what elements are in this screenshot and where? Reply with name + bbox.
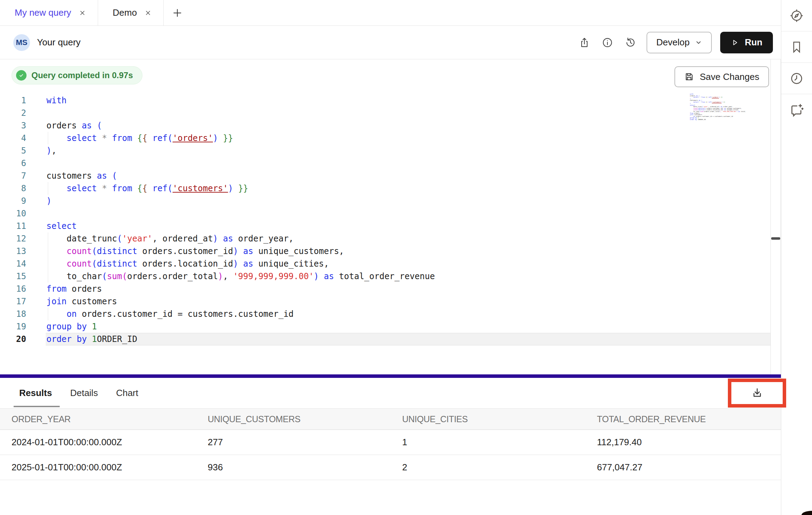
download-highlight-annotation	[728, 379, 786, 408]
tab-close-icon[interactable]	[79, 9, 86, 16]
table-header-row: ORDER_YEARUNIQUE_CUSTOMERSUNIQUE_CITIEST…	[0, 408, 781, 430]
code-line-15[interactable]: to_char(sum(orders.order_total), '999,99…	[46, 270, 770, 283]
indent-guide	[48, 132, 48, 144]
code-line-7[interactable]: customers as (	[46, 170, 770, 182]
query-history-button[interactable]	[623, 36, 637, 50]
code-line-9[interactable]: )	[46, 195, 770, 207]
indent-guide	[48, 308, 48, 320]
code-line-14[interactable]: count(distinct orders.location_id) as un…	[46, 258, 770, 270]
code-line-10[interactable]	[46, 207, 770, 220]
line-number: 2	[5, 107, 26, 119]
column-header: UNIQUE_CUSTOMERS	[196, 414, 391, 424]
save-changes-label: Save Changes	[700, 72, 759, 82]
save-icon	[684, 72, 694, 82]
line-number: 18	[5, 308, 26, 320]
active-tab-underline	[14, 406, 60, 407]
code-line-4[interactable]: select * from {{ ref('orders') }}	[46, 132, 770, 144]
tab-label: Demo	[113, 7, 137, 18]
info-icon	[601, 37, 613, 48]
bookmark-icon	[790, 40, 804, 54]
code-line-13[interactable]: count(distinct orders.customer_id) as un…	[46, 245, 770, 258]
results-tab-results[interactable]: Results	[19, 388, 52, 398]
run-label: Run	[745, 37, 762, 48]
code-line-19[interactable]: group by 1	[46, 320, 770, 333]
share-icon	[578, 37, 590, 48]
tab-bar: My new queryDemo	[0, 0, 781, 26]
results-tab-details[interactable]: Details	[70, 388, 98, 398]
status-message: Query completed in 0.97s	[31, 70, 133, 80]
download-icon	[751, 387, 764, 400]
code-line-6[interactable]	[46, 157, 770, 170]
code-line-2[interactable]	[46, 107, 770, 119]
chevron-down-icon	[695, 39, 702, 46]
results-tabs: ResultsDetailsChart	[0, 378, 781, 408]
line-number: 6	[5, 157, 26, 170]
history-icon	[625, 37, 636, 48]
table-cell: 112,179.40	[585, 437, 781, 448]
panel-resize-strip	[770, 59, 781, 374]
discover-button[interactable]	[781, 0, 812, 31]
code-line-3[interactable]: orders as (	[46, 119, 770, 132]
sql-editor[interactable]: Query completed in 0.97s Save Changes 12…	[0, 59, 770, 374]
table-cell: 2	[391, 462, 585, 473]
results-tab-chart[interactable]: Chart	[116, 388, 138, 398]
line-number: 9	[5, 195, 26, 207]
line-number: 3	[5, 119, 26, 132]
header-actions: Develop Run	[577, 32, 773, 53]
run-button[interactable]: Run	[720, 32, 773, 53]
code-line-11[interactable]: select	[46, 220, 770, 232]
line-number: 14	[5, 258, 26, 270]
develop-dropdown[interactable]: Develop	[647, 32, 712, 53]
avatar: MS	[13, 34, 30, 51]
code-line-1[interactable]: with	[46, 94, 770, 107]
indent-guide	[48, 258, 48, 270]
info-button[interactable]	[600, 36, 614, 50]
new-tab-button[interactable]	[172, 0, 183, 25]
query-header: MS Your query Develop Run	[0, 26, 781, 59]
bookmarks-button[interactable]	[781, 31, 812, 63]
line-number: 8	[5, 182, 26, 195]
editor-tab-demo[interactable]: Demo	[98, 0, 164, 25]
save-changes-button[interactable]: Save Changes	[674, 66, 769, 87]
code-area[interactable]: withorders as ( select * from {{ ref('or…	[46, 94, 770, 374]
indent-guide	[48, 270, 48, 283]
right-sidebar	[781, 0, 812, 515]
status-row: Query completed in 0.97s Save Changes	[12, 66, 769, 87]
table-cell: 2025-01-01T00:00:00.000Z	[0, 462, 196, 473]
history-panel-button[interactable]	[781, 63, 812, 94]
line-number: 11	[5, 220, 26, 232]
line-number: 4	[5, 132, 26, 144]
indent-guide	[48, 182, 48, 195]
table-cell: 677,047.27	[585, 462, 781, 473]
table-cell: 936	[196, 462, 391, 473]
code-line-17[interactable]: join customers	[46, 295, 770, 308]
code-line-18[interactable]: on orders.customer_id = customers.custom…	[46, 308, 770, 320]
code-line-5[interactable]: ),	[46, 144, 770, 157]
line-number: 1	[5, 94, 26, 107]
line-number: 5	[5, 144, 26, 157]
line-number: 7	[5, 170, 26, 182]
resize-handle[interactable]	[771, 237, 780, 240]
tab-close-icon[interactable]	[145, 9, 152, 16]
clock-icon	[789, 71, 804, 86]
chat-sparkles-icon	[789, 102, 804, 118]
share-button[interactable]	[577, 36, 591, 50]
editor-tab-my-new-query[interactable]: My new query	[0, 0, 98, 25]
results-panel-divider[interactable]	[0, 374, 781, 378]
indent-guide	[48, 245, 48, 258]
table-cell: 1	[391, 437, 585, 448]
download-results-button[interactable]	[751, 387, 764, 400]
line-number: 19	[5, 320, 26, 333]
line-number: 12	[5, 232, 26, 245]
develop-label: Develop	[656, 37, 689, 48]
compass-icon	[789, 8, 804, 23]
line-number: 17	[5, 295, 26, 308]
ai-assistant-button[interactable]	[781, 94, 812, 126]
success-check-icon	[16, 70, 27, 81]
plus-icon	[172, 8, 183, 18]
line-number: 15	[5, 270, 26, 283]
code-line-16[interactable]: from orders	[46, 283, 770, 295]
code-line-20[interactable]: order by 1ORDER_ID	[46, 333, 770, 345]
code-line-8[interactable]: select * from {{ ref('customers') }}	[46, 182, 770, 195]
code-line-12[interactable]: date_trunc('year', ordered_at) as order_…	[46, 232, 770, 245]
